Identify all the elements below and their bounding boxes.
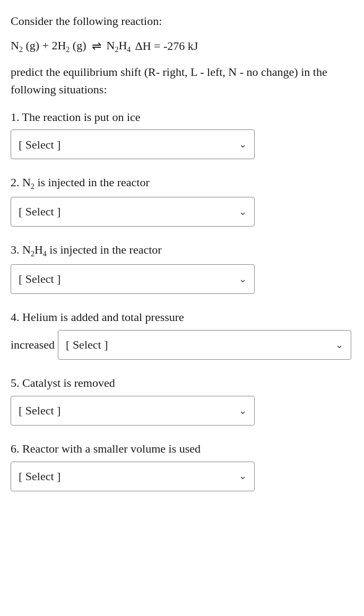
question-4-select[interactable]: [ Select ] ⌄ [58, 330, 351, 360]
reaction-right: N2H4 [107, 37, 131, 56]
intro-text: Consider the following reaction: [11, 13, 351, 30]
predict-text: predict the equilibrium shift (R- right,… [11, 63, 351, 98]
question-1-label: 1. The reaction is put on ice [11, 109, 351, 126]
chevron-down-icon: ⌄ [239, 469, 247, 483]
question-6-block: 6. Reactor with a smaller volume is used… [11, 440, 351, 491]
equilibrium-arrow: ⇌ [92, 38, 101, 55]
question-4-label: 4. Helium is added and total pressure [11, 309, 351, 326]
question-3-label: 3. N2H4 is injected in the reactor [11, 241, 351, 260]
question-5-label: 5. Catalyst is removed [11, 375, 351, 392]
question-5-select[interactable]: [ Select ] ⌄ [11, 396, 255, 426]
question-1-select-label: [ Select ] [19, 136, 239, 153]
chevron-down-icon: ⌄ [239, 404, 247, 418]
question-2-select[interactable]: [ Select ] ⌄ [11, 197, 255, 227]
delta-h: ΔH = -276 kJ [133, 38, 198, 55]
question-5-block: 5. Catalyst is removed [ Select ] ⌄ [11, 375, 351, 426]
chevron-down-icon: ⌄ [239, 272, 247, 286]
question-6-select[interactable]: [ Select ] ⌄ [11, 462, 255, 491]
question-6-select-label: [ Select ] [19, 468, 239, 485]
question-2-select-label: [ Select ] [19, 203, 239, 220]
question-4-block: 4. Helium is added and total pressure in… [11, 309, 351, 360]
chevron-down-icon: ⌄ [335, 338, 343, 352]
reaction-left: N2 (g) + 2H2 (g) [11, 37, 86, 56]
question-1-block: 1. The reaction is put on ice [ Select ]… [11, 109, 351, 160]
question-2-block: 2. N2 is injected in the reactor [ Selec… [11, 174, 351, 227]
question-1-select[interactable]: [ Select ] ⌄ [11, 129, 255, 159]
question-2-label: 2. N2 is injected in the reactor [11, 174, 351, 193]
reaction-line: N2 (g) + 2H2 (g) ⇌ N2H4 ΔH = -276 kJ [11, 37, 351, 56]
question-3-block: 3. N2H4 is injected in the reactor [ Sel… [11, 241, 351, 294]
question-4-row: increased [ Select ] ⌄ [11, 330, 351, 360]
question-3-select-label: [ Select ] [19, 271, 239, 288]
question-4-prefix: increased [11, 336, 55, 353]
question-3-select[interactable]: [ Select ] ⌄ [11, 264, 255, 294]
chevron-down-icon: ⌄ [239, 205, 247, 219]
chevron-down-icon: ⌄ [239, 137, 247, 151]
question-4-select-label: [ Select ] [66, 336, 335, 353]
question-5-select-label: [ Select ] [19, 402, 239, 419]
question-6-label: 6. Reactor with a smaller volume is used [11, 440, 351, 457]
